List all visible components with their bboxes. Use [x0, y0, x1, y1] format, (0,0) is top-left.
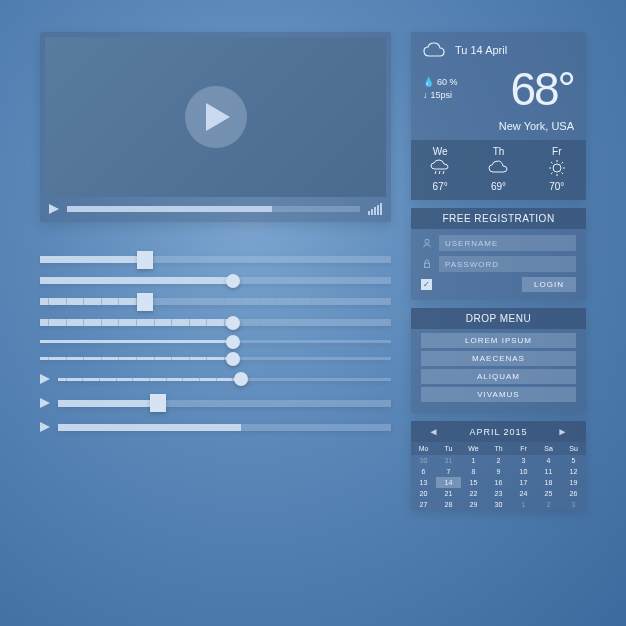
slider-thumb[interactable] — [234, 372, 248, 386]
slider-track[interactable] — [58, 378, 391, 381]
remember-checkbox[interactable]: ✓ — [421, 279, 432, 290]
calendar-day[interactable]: 2 — [486, 455, 511, 466]
svg-line-8 — [551, 162, 553, 164]
calendar-day[interactable]: 30 — [411, 455, 436, 466]
forecast-day-0: We67° — [411, 140, 469, 200]
calendar-prev[interactable]: ◄ — [428, 426, 439, 437]
login-button[interactable]: LOGIN — [522, 277, 576, 292]
menu-item-3[interactable]: VIVAMUS — [421, 387, 576, 402]
calendar-day-header: Su — [561, 442, 586, 455]
slider-thumb[interactable] — [226, 352, 240, 366]
volume-indicator[interactable] — [368, 203, 382, 215]
forecast-day-label: Fr — [528, 146, 586, 157]
play-button[interactable] — [185, 86, 247, 148]
slider-3[interactable] — [40, 319, 391, 326]
calendar-day[interactable]: 22 — [461, 488, 486, 499]
slider-thumb[interactable] — [226, 335, 240, 349]
sliders-group — [40, 256, 391, 432]
calendar-day[interactable]: 15 — [461, 477, 486, 488]
slider-thumb[interactable] — [137, 293, 153, 311]
seek-bar[interactable] — [67, 206, 360, 212]
menu-item-2[interactable]: ALIQUAM — [421, 369, 576, 384]
slider-thumb[interactable] — [150, 394, 166, 412]
calendar-day[interactable]: 6 — [411, 466, 436, 477]
calendar-day[interactable]: 13 — [411, 477, 436, 488]
slider-0[interactable] — [40, 256, 391, 263]
forecast-day-label: Th — [469, 146, 527, 157]
calendar-day[interactable]: 5 — [561, 455, 586, 466]
calendar-day[interactable]: 4 — [536, 455, 561, 466]
weather-stats: 💧60 % ↓15psi — [423, 76, 458, 103]
calendar-day[interactable]: 12 — [561, 466, 586, 477]
slider-5[interactable] — [40, 357, 391, 360]
calendar-day[interactable]: 16 — [486, 477, 511, 488]
play-icon[interactable] — [40, 422, 50, 432]
calendar-day[interactable]: 1 — [461, 455, 486, 466]
calendar-grid: MoTuWeThFrSaSu30311234567891011121314151… — [411, 442, 586, 510]
video-screen[interactable] — [45, 37, 386, 197]
slider-track[interactable] — [58, 424, 391, 431]
slider-track[interactable] — [40, 277, 391, 284]
calendar-day[interactable]: 14 — [436, 477, 461, 488]
calendar-day[interactable]: 30 — [486, 499, 511, 510]
drop-menu-widget: DROP MENU LOREM IPSUMMAECENASALIQUAMVIVA… — [411, 308, 586, 413]
username-input[interactable] — [439, 235, 576, 251]
calendar-title: APRIL 2015 — [469, 427, 527, 437]
slider-track[interactable] — [40, 319, 391, 326]
calendar-day[interactable]: 28 — [436, 499, 461, 510]
play-icon[interactable] — [40, 398, 50, 408]
slider-track[interactable] — [40, 340, 391, 343]
menu-item-0[interactable]: LOREM IPSUM — [421, 333, 576, 348]
slider-thumb[interactable] — [137, 251, 153, 269]
calendar-day[interactable]: 1 — [511, 499, 536, 510]
svg-rect-13 — [425, 263, 430, 267]
weather-location: New York, USA — [411, 120, 586, 140]
slider-7[interactable] — [40, 398, 391, 408]
calendar-day[interactable]: 24 — [511, 488, 536, 499]
calendar-day[interactable]: 18 — [536, 477, 561, 488]
calendar-day[interactable]: 10 — [511, 466, 536, 477]
slider-track[interactable] — [58, 400, 391, 407]
calendar-day[interactable]: 19 — [561, 477, 586, 488]
calendar-day[interactable]: 25 — [536, 488, 561, 499]
slider-thumb[interactable] — [226, 316, 240, 330]
play-small-icon[interactable] — [49, 204, 59, 214]
calendar-day[interactable]: 23 — [486, 488, 511, 499]
forecast-row: We67°Th69°Fr70° — [411, 140, 586, 200]
calendar-day[interactable]: 26 — [561, 488, 586, 499]
slider-thumb[interactable] — [226, 274, 240, 288]
play-icon[interactable] — [40, 374, 50, 384]
calendar-day[interactable]: 20 — [411, 488, 436, 499]
svg-point-3 — [553, 164, 561, 172]
svg-line-1 — [439, 171, 440, 174]
pressure-value: 15psi — [431, 89, 453, 103]
calendar-day[interactable]: 27 — [411, 499, 436, 510]
calendar-day[interactable]: 29 — [461, 499, 486, 510]
calendar-day[interactable]: 8 — [461, 466, 486, 477]
calendar-day[interactable]: 3 — [511, 455, 536, 466]
password-input[interactable] — [439, 256, 576, 272]
calendar-day[interactable]: 7 — [436, 466, 461, 477]
slider-4[interactable] — [40, 340, 391, 343]
slider-track[interactable] — [40, 298, 391, 305]
calendar-day[interactable]: 9 — [486, 466, 511, 477]
humidity-value: 60 % — [437, 76, 458, 90]
menu-item-1[interactable]: MAECENAS — [421, 351, 576, 366]
calendar-day[interactable]: 3 — [561, 499, 586, 510]
calendar-day[interactable]: 21 — [436, 488, 461, 499]
svg-line-0 — [435, 171, 436, 174]
calendar-day[interactable]: 11 — [536, 466, 561, 477]
slider-track[interactable] — [40, 256, 391, 263]
calendar-day[interactable]: 17 — [511, 477, 536, 488]
slider-track[interactable] — [40, 357, 391, 360]
cloud-icon — [487, 159, 509, 177]
slider-8[interactable] — [40, 422, 391, 432]
slider-6[interactable] — [40, 374, 391, 384]
calendar-next[interactable]: ► — [558, 426, 569, 437]
slider-2[interactable] — [40, 298, 391, 305]
slider-1[interactable] — [40, 277, 391, 284]
droplet-icon: 💧 — [423, 76, 434, 90]
user-icon — [421, 238, 433, 248]
calendar-day[interactable]: 31 — [436, 455, 461, 466]
calendar-day[interactable]: 2 — [536, 499, 561, 510]
